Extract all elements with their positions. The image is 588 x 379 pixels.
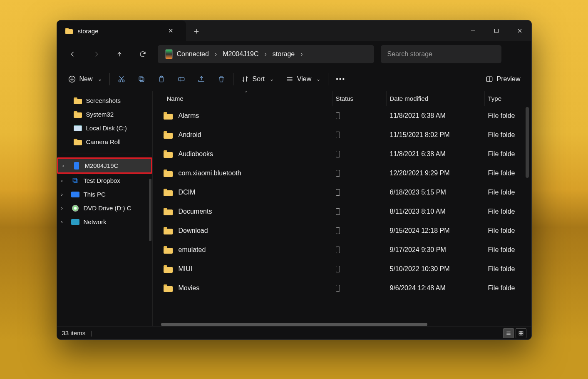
phone-status-icon [336,112,340,119]
svg-rect-24 [521,331,523,333]
folder-icon [74,139,82,145]
new-tab-button[interactable]: ＋ [186,20,207,41]
column-date-label: Date modified [390,95,429,102]
sidebar-item-label: Camera Roll [86,138,121,145]
network-icon [71,219,79,225]
breadcrumb-root[interactable]: Connected [161,45,213,63]
column-name[interactable]: Name [164,91,332,106]
view-details-button[interactable] [503,328,514,338]
table-row[interactable]: Alarms 11/8/2021 6:38 AM File folde [153,106,531,125]
paste-button[interactable] [151,71,171,87]
address-bar: Connected › M2004J19C › storage › Search… [57,41,531,67]
sidebar[interactable]: ScreenshotsSystem32Local Disk (C:)Camera… [57,91,153,326]
table-row[interactable]: MIUI 5/10/2022 10:30 PM File folde [153,259,531,279]
table-row[interactable]: Audiobooks 11/8/2021 6:38 AM File folde [153,145,531,164]
svg-rect-13 [179,77,184,80]
table-row[interactable]: DCIM 6/18/2023 5:15 PM File folde [153,183,531,202]
sort-button[interactable]: Sort ⌄ [235,71,280,87]
dropbox-icon: ⧉ [72,176,78,185]
sidebar-scrollbar[interactable] [149,179,151,241]
file-type: File folde [488,246,515,254]
window-maximize-button[interactable] [485,20,508,41]
table-row[interactable]: emulated 9/17/2024 9:30 PM File folde [153,240,531,259]
cut-button[interactable] [112,71,131,87]
table-row[interactable]: Download 9/15/2024 12:18 PM File folde [153,221,531,240]
folder-icon [164,112,173,120]
delete-button[interactable] [211,71,231,87]
nav-back-button[interactable] [62,46,84,62]
sidebar-item[interactable]: › ⧉ Test Dropbox [57,174,152,187]
file-date: 5/10/2022 10:30 PM [390,265,450,273]
phone-icon [74,162,79,170]
chevron-right-icon[interactable]: › [61,177,68,184]
column-type[interactable]: Type [485,91,531,106]
table-row[interactable]: Documents 8/11/2023 8:10 AM File folde [153,202,531,221]
file-date: 9/15/2024 12:18 PM [390,227,450,234]
table-row[interactable]: Movies 9/6/2024 12:48 AM File folde [153,279,531,298]
column-status[interactable]: Status [332,91,387,106]
tab-storage[interactable]: storage ✕ [57,20,186,41]
file-rows[interactable]: Alarms 11/8/2021 6:38 AM File folde Andr… [153,106,531,321]
chevron-right-icon[interactable]: › [62,162,69,169]
vertical-scrollbar[interactable] [526,107,529,178]
phone-status-icon [336,132,340,138]
sidebar-item[interactable]: System32 [57,107,152,121]
pc-icon [71,192,79,197]
search-placeholder: Search storage [387,50,433,58]
file-date: 11/15/2021 8:02 PM [390,131,450,139]
copy-button[interactable] [131,71,151,87]
column-date[interactable]: Date modified [387,91,485,106]
share-button[interactable] [191,71,211,87]
sidebar-item[interactable]: Camera Roll [57,135,152,149]
column-headers[interactable]: ⌃ Name Status Date modified Type [153,91,531,106]
view-button[interactable]: View ⌄ [280,71,326,87]
svg-rect-23 [519,331,521,333]
tab-close-button[interactable]: ✕ [166,26,176,35]
chevron-down-icon: ⌄ [270,76,274,82]
file-date: 8/11/2023 8:10 AM [390,208,446,215]
chevron-right-icon[interactable]: › [61,191,68,197]
chevron-right-icon: › [300,50,303,58]
file-date: 11/8/2021 6:38 AM [390,150,446,158]
search-input[interactable]: Search storage [381,45,501,63]
sidebar-divider [61,154,148,154]
nav-up-button[interactable] [109,46,130,62]
folder-icon [164,265,173,273]
folder-icon [164,227,173,234]
table-row[interactable]: com.xiaomi.bluetooth 12/20/2021 9:29 PM … [153,164,531,183]
sidebar-item[interactable]: Screenshots [57,94,152,107]
phone-status-icon [336,189,340,196]
sidebar-item-label: Network [84,218,107,225]
chevron-down-icon: ⌄ [98,76,102,82]
horizontal-scrollbar[interactable] [161,323,427,326]
new-button[interactable]: New ⌄ [62,71,108,87]
sidebar-item[interactable]: Local Disk (C:) [57,121,152,135]
sidebar-item[interactable]: › Network [57,215,152,229]
phone-status-icon [336,285,340,292]
rename-button[interactable] [171,71,191,87]
chevron-right-icon[interactable]: › [61,205,68,211]
file-type: File folde [488,208,515,215]
file-name: MIUI [179,265,193,273]
sidebar-item[interactable]: › M2004J19C [57,157,152,174]
view-thumbnails-button[interactable] [516,328,526,338]
file-name: Android [179,131,201,139]
breadcrumb-item[interactable]: M2004J19C [218,45,263,63]
file-name: Movies [179,284,200,292]
breadcrumb[interactable]: Connected › M2004J19C › storage › [158,45,374,63]
window-minimize-button[interactable] [461,20,485,41]
dvd-icon [72,205,79,212]
more-button[interactable]: ••• [330,71,351,87]
chevron-right-icon[interactable]: › [61,219,68,225]
nav-forward-button[interactable] [85,46,107,62]
window-close-button[interactable] [508,20,531,41]
breadcrumb-item[interactable]: storage [268,45,299,63]
column-status-label: Status [336,95,354,102]
preview-button[interactable]: Preview [479,71,526,87]
sidebar-item[interactable]: › DVD Drive (D:) C [57,201,152,215]
sidebar-item[interactable]: › This PC [57,187,152,201]
table-row[interactable]: Android 11/15/2021 8:02 PM File folde [153,125,531,145]
file-type: File folde [488,284,515,292]
svg-rect-1 [494,29,498,33]
nav-refresh-button[interactable] [132,46,154,62]
